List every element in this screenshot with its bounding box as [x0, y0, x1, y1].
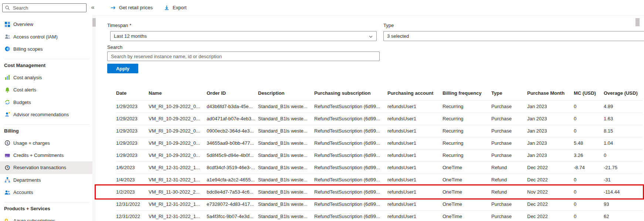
- type-dropdown[interactable]: 3 selected: [383, 31, 644, 41]
- sidebar-item-overview[interactable]: Overview: [0, 18, 92, 30]
- sidebar-item-cost-analysis[interactable]: Cost analysis: [0, 71, 92, 84]
- sidebar-scrollbar[interactable]: [92, 15, 96, 221]
- column-header-type[interactable]: Type: [491, 86, 527, 100]
- table-row[interactable]: 12/31/2022VM_RI_12-31-2022_1...5a4f3fcc-…: [116, 210, 643, 221]
- sidebar-item-label: Overview: [13, 21, 33, 27]
- sidebar-section-cost-management: Cost Management: [4, 59, 89, 71]
- billing-scopes-icon: [4, 46, 10, 52]
- table-row[interactable]: 1/29/2023VM_RI_10-29-2022_0...5d8f45c9-d…: [116, 149, 643, 161]
- cell-order-id: 0900ecb2-364d-4e3...: [207, 125, 258, 137]
- sidebar-item-accounts[interactable]: Accounts: [0, 186, 92, 198]
- page: { "colors": { "accent": "#0078d4", "high…: [0, 0, 644, 221]
- sidebar-search-input[interactable]: [12, 5, 84, 11]
- sidebar-item-label: Cost analysis: [13, 75, 42, 80]
- main-scrollbar-thumb[interactable]: [635, 18, 640, 26]
- sidebar-search-box[interactable]: [2, 3, 87, 12]
- column-header-purchase-month[interactable]: Purchase Month: [527, 86, 574, 100]
- sidebar-item-cost-alerts[interactable]: Cost alerts: [0, 84, 92, 96]
- cell-purchase-month: Jan 2023: [527, 149, 574, 161]
- advisor-recommendations-icon: [4, 111, 10, 118]
- arrow-right-icon: [110, 5, 116, 11]
- sidebar-item-billing-scopes[interactable]: Billing scopes: [0, 43, 92, 55]
- search-label: Search: [107, 44, 122, 50]
- cell-purchasing-account: refundsUser1: [387, 137, 443, 149]
- cell-purchasing-subscription: RefundTestSuscription (6d99...: [314, 125, 387, 137]
- cell-purchasing-account: refundsUser1: [387, 210, 443, 221]
- cell-name: VM_RI_12-31-2022_1...: [149, 174, 207, 186]
- cell-order-id: 5a4f3fcc-9b07-4e3d...: [207, 210, 258, 221]
- cell-date: 1/6/2023: [116, 161, 149, 174]
- timespan-label: Timespan *: [107, 23, 131, 28]
- cell-date: 1/29/2023: [116, 113, 149, 125]
- column-header-purchasing-subscription[interactable]: Purchasing subscription: [314, 86, 387, 100]
- cell-mc-usd: -8.74: [574, 161, 604, 174]
- cell-mc-usd: 3.26: [574, 149, 604, 161]
- cell-date: 1/29/2023: [116, 125, 149, 137]
- cell-type: Purchase: [491, 210, 527, 221]
- sidebar-item-label: Access control (IAM): [13, 34, 58, 40]
- sidebar-item-label: Accounts: [13, 190, 33, 195]
- cell-description: Standard_B1ls weste...: [258, 100, 314, 113]
- budgets-icon: [4, 99, 10, 106]
- column-header-overage-usd[interactable]: Overage (USD): [604, 86, 643, 100]
- cell-order-id: e7328072-4d83-417...: [207, 198, 258, 210]
- table-row[interactable]: 12/31/2022VM_RI_12-31-2022_1...e7328072-…: [116, 198, 643, 210]
- table-row[interactable]: 1/6/2023VM_RI_12-31-2022_1...8cdf34cf-35…: [116, 161, 643, 174]
- column-header-billing-frequency[interactable]: Billing frequency: [443, 86, 491, 100]
- cell-billing-frequency: OneTime: [443, 174, 491, 186]
- sidebar-item-azure-subscriptions[interactable]: Azure subscriptions: [0, 215, 92, 221]
- get-retail-prices-label: Get retail prices: [119, 5, 153, 10]
- cell-type: Purchase: [491, 149, 527, 161]
- table-row[interactable]: 1/29/2023VM_RI_10-29-2022_0...d43b6fd7-b…: [116, 100, 643, 113]
- column-header-purchasing-account[interactable]: Purchasing account: [387, 86, 443, 100]
- cell-type: Purchase: [491, 100, 527, 113]
- table-row[interactable]: 1/29/2023VM_RI_10-29-2022_0...0900ecb2-3…: [116, 125, 643, 137]
- cell-mc-usd: 0: [574, 174, 604, 186]
- sidebar: « OverviewAccess control (IAM)Billing sc…: [0, 0, 96, 221]
- cell-name: VM_RI_10-29-2022_0...: [149, 113, 207, 125]
- export-label: Export: [173, 5, 187, 10]
- get-retail-prices-button[interactable]: Get retail prices: [110, 5, 153, 11]
- cell-overage-usd: 1.04: [604, 137, 643, 149]
- table-row[interactable]: 1/29/2023VM_RI_10-29-2022_0...34655aa9-b…: [116, 137, 643, 149]
- timespan-dropdown[interactable]: Last 12 months: [110, 31, 377, 41]
- download-icon: [164, 5, 170, 11]
- table-row[interactable]: 1/29/2023VM_RI_10-29-2022_0...ad0471af-b…: [116, 113, 643, 125]
- cell-purchasing-subscription: RefundTestSuscription (6d99...: [314, 137, 387, 149]
- apply-button[interactable]: Apply: [107, 64, 138, 73]
- sidebar-item-budgets[interactable]: Budgets: [0, 96, 92, 108]
- sidebar-section-products-services: Products + Services: [4, 202, 89, 214]
- sidebar-item-advisor-recommendations[interactable]: Advisor recommendations: [0, 108, 92, 121]
- cell-billing-frequency: Recurring: [443, 149, 491, 161]
- table-search-input[interactable]: [107, 51, 380, 61]
- cell-billing-frequency: Recurring: [443, 137, 491, 149]
- cell-type: Purchase: [491, 125, 527, 137]
- cell-mc-usd: 0: [574, 210, 604, 221]
- sidebar-item-usage-charges[interactable]: $Usage + charges: [0, 137, 92, 149]
- cell-purchase-month: Jan 2023: [527, 125, 574, 137]
- sidebar-scrollbar-thumb[interactable]: [92, 18, 96, 27]
- cell-name: VM_RI_10-29-2022_0...: [149, 149, 207, 161]
- cell-purchasing-subscription: RefundTestSuscription (6d99...: [314, 210, 387, 221]
- sidebar-item-access-control-iam[interactable]: Access control (IAM): [0, 30, 92, 43]
- cell-billing-frequency: OneTime: [443, 198, 491, 210]
- column-header-description[interactable]: Description: [258, 86, 314, 100]
- column-header-date[interactable]: Date: [116, 86, 149, 100]
- sidebar-item-departments[interactable]: Departments: [0, 174, 92, 186]
- sidebar-item-credits-commitments[interactable]: Credits + Commitments: [0, 149, 92, 161]
- table-row[interactable]: 1/4/2023VM_RI_12-31-2022_1...a1e94cfa-a2…: [116, 174, 643, 186]
- table-row[interactable]: 1/2/2023VM_RI_11-30-2022_2...bdc8e4d7-7a…: [116, 186, 643, 198]
- sidebar-collapse-button[interactable]: «: [89, 3, 96, 12]
- sidebar-item-reservation-transactions[interactable]: Reservation transactions: [0, 161, 92, 174]
- column-header-order-id[interactable]: Order ID: [207, 86, 258, 100]
- cell-order-id: 34655aa9-b0bb-477...: [207, 137, 258, 149]
- cell-purchasing-account: refundsUser1: [387, 174, 443, 186]
- timespan-value: Last 12 months: [114, 33, 147, 39]
- column-header-mc-usd[interactable]: MC (USD): [574, 86, 604, 100]
- cell-name: VM_RI_10-29-2022_0...: [149, 137, 207, 149]
- column-header-name[interactable]: Name: [149, 86, 207, 100]
- export-button[interactable]: Export: [164, 5, 187, 11]
- overview-icon: [4, 21, 10, 27]
- cell-billing-frequency: Recurring: [443, 125, 491, 137]
- cell-purchasing-account: refundsUser1: [387, 161, 443, 174]
